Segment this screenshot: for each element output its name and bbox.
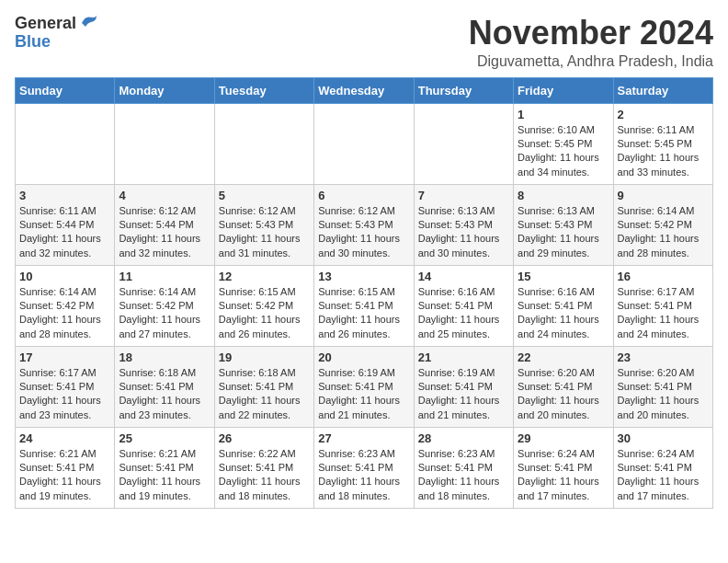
day-number: 11	[119, 270, 210, 283]
day-info: Sunrise: 6:18 AM Sunset: 5:41 PM Dayligh…	[119, 366, 210, 423]
day-of-week-header: Thursday	[414, 77, 513, 103]
calendar-cell	[16, 103, 115, 184]
day-number: 22	[518, 350, 609, 364]
day-info: Sunrise: 6:15 AM Sunset: 5:41 PM Dayligh…	[318, 285, 409, 342]
calendar-cell: 1Sunrise: 6:10 AM Sunset: 5:45 PM Daylig…	[514, 103, 613, 184]
calendar-cell	[414, 103, 513, 184]
calendar-cell: 30Sunrise: 6:24 AM Sunset: 5:41 PM Dayli…	[613, 427, 712, 508]
day-info: Sunrise: 6:10 AM Sunset: 5:45 PM Dayligh…	[518, 123, 609, 180]
logo-blue-text: Blue	[15, 33, 51, 52]
day-number: 29	[518, 431, 609, 445]
day-number: 1	[518, 108, 609, 121]
calendar-week-row: 10Sunrise: 6:14 AM Sunset: 5:42 PM Dayli…	[16, 265, 713, 346]
day-number: 4	[119, 189, 210, 202]
day-number: 23	[618, 350, 709, 364]
calendar-cell: 25Sunrise: 6:21 AM Sunset: 5:41 PM Dayli…	[115, 427, 214, 508]
title-block: November 2024 Diguvametta, Andhra Prades…	[469, 15, 713, 70]
day-number: 14	[418, 270, 509, 283]
calendar-cell: 7Sunrise: 6:13 AM Sunset: 5:43 PM Daylig…	[414, 184, 513, 265]
calendar-cell: 6Sunrise: 6:12 AM Sunset: 5:43 PM Daylig…	[314, 184, 414, 265]
day-number: 25	[119, 431, 210, 445]
logo-general-text: General	[15, 15, 76, 33]
day-info: Sunrise: 6:21 AM Sunset: 5:41 PM Dayligh…	[119, 447, 210, 504]
day-number: 9	[618, 189, 709, 202]
day-of-week-header: Tuesday	[214, 77, 313, 103]
calendar-cell: 9Sunrise: 6:14 AM Sunset: 5:42 PM Daylig…	[613, 184, 712, 265]
day-number: 30	[618, 431, 709, 445]
calendar-cell: 17Sunrise: 6:17 AM Sunset: 5:41 PM Dayli…	[16, 346, 115, 427]
calendar-cell: 28Sunrise: 6:23 AM Sunset: 5:41 PM Dayli…	[414, 427, 513, 508]
calendar-cell: 27Sunrise: 6:23 AM Sunset: 5:41 PM Dayli…	[314, 427, 414, 508]
calendar-cell	[314, 103, 414, 184]
calendar-cell: 3Sunrise: 6:11 AM Sunset: 5:44 PM Daylig…	[16, 184, 115, 265]
day-info: Sunrise: 6:20 AM Sunset: 5:41 PM Dayligh…	[618, 366, 709, 423]
day-of-week-header: Monday	[115, 77, 214, 103]
day-number: 27	[318, 431, 409, 445]
day-info: Sunrise: 6:19 AM Sunset: 5:41 PM Dayligh…	[318, 366, 409, 423]
calendar-week-row: 17Sunrise: 6:17 AM Sunset: 5:41 PM Dayli…	[16, 346, 713, 427]
month-title: November 2024	[469, 15, 713, 52]
day-number: 17	[19, 350, 110, 364]
calendar-cell: 13Sunrise: 6:15 AM Sunset: 5:41 PM Dayli…	[314, 265, 414, 346]
page-header: General Blue November 2024 Diguvametta, …	[15, 15, 713, 70]
calendar-cell: 22Sunrise: 6:20 AM Sunset: 5:41 PM Dayli…	[514, 346, 613, 427]
calendar-cell: 16Sunrise: 6:17 AM Sunset: 5:41 PM Dayli…	[613, 265, 712, 346]
calendar-cell: 5Sunrise: 6:12 AM Sunset: 5:43 PM Daylig…	[214, 184, 313, 265]
calendar-cell: 12Sunrise: 6:15 AM Sunset: 5:42 PM Dayli…	[214, 265, 313, 346]
day-number: 28	[418, 431, 509, 445]
calendar-cell: 2Sunrise: 6:11 AM Sunset: 5:45 PM Daylig…	[613, 103, 712, 184]
day-info: Sunrise: 6:14 AM Sunset: 5:42 PM Dayligh…	[19, 285, 110, 342]
day-number: 18	[119, 350, 210, 364]
day-info: Sunrise: 6:22 AM Sunset: 5:41 PM Dayligh…	[219, 447, 310, 504]
day-number: 20	[318, 350, 409, 364]
calendar-cell: 20Sunrise: 6:19 AM Sunset: 5:41 PM Dayli…	[314, 346, 414, 427]
day-of-week-header: Saturday	[613, 77, 712, 103]
calendar-cell: 19Sunrise: 6:18 AM Sunset: 5:41 PM Dayli…	[214, 346, 313, 427]
day-of-week-header: Friday	[514, 77, 613, 103]
day-info: Sunrise: 6:17 AM Sunset: 5:41 PM Dayligh…	[618, 285, 709, 342]
day-info: Sunrise: 6:12 AM Sunset: 5:43 PM Dayligh…	[219, 204, 310, 261]
day-number: 2	[618, 108, 709, 121]
day-info: Sunrise: 6:14 AM Sunset: 5:42 PM Dayligh…	[119, 285, 210, 342]
calendar-week-row: 1Sunrise: 6:10 AM Sunset: 5:45 PM Daylig…	[16, 103, 713, 184]
day-number: 13	[318, 270, 409, 283]
day-info: Sunrise: 6:20 AM Sunset: 5:41 PM Dayligh…	[518, 366, 609, 423]
day-info: Sunrise: 6:12 AM Sunset: 5:43 PM Dayligh…	[318, 204, 409, 261]
day-number: 19	[219, 350, 310, 364]
calendar-cell: 24Sunrise: 6:21 AM Sunset: 5:41 PM Dayli…	[16, 427, 115, 508]
day-number: 21	[418, 350, 509, 364]
day-info: Sunrise: 6:11 AM Sunset: 5:45 PM Dayligh…	[618, 123, 709, 180]
day-info: Sunrise: 6:21 AM Sunset: 5:41 PM Dayligh…	[19, 447, 110, 504]
calendar-cell: 11Sunrise: 6:14 AM Sunset: 5:42 PM Dayli…	[115, 265, 214, 346]
day-info: Sunrise: 6:23 AM Sunset: 5:41 PM Dayligh…	[318, 447, 409, 504]
day-number: 5	[219, 189, 310, 202]
calendar-cell: 4Sunrise: 6:12 AM Sunset: 5:44 PM Daylig…	[115, 184, 214, 265]
calendar-body: 1Sunrise: 6:10 AM Sunset: 5:45 PM Daylig…	[16, 103, 713, 508]
day-info: Sunrise: 6:24 AM Sunset: 5:41 PM Dayligh…	[618, 447, 709, 504]
day-number: 12	[219, 270, 310, 283]
day-number: 7	[418, 189, 509, 202]
calendar-cell: 8Sunrise: 6:13 AM Sunset: 5:43 PM Daylig…	[514, 184, 613, 265]
calendar-cell: 21Sunrise: 6:19 AM Sunset: 5:41 PM Dayli…	[414, 346, 513, 427]
day-number: 3	[19, 189, 110, 202]
day-info: Sunrise: 6:13 AM Sunset: 5:43 PM Dayligh…	[518, 204, 609, 261]
day-number: 6	[318, 189, 409, 202]
day-number: 10	[19, 270, 110, 283]
day-info: Sunrise: 6:18 AM Sunset: 5:41 PM Dayligh…	[219, 366, 310, 423]
day-info: Sunrise: 6:17 AM Sunset: 5:41 PM Dayligh…	[19, 366, 110, 423]
calendar-week-row: 3Sunrise: 6:11 AM Sunset: 5:44 PM Daylig…	[16, 184, 713, 265]
day-info: Sunrise: 6:16 AM Sunset: 5:41 PM Dayligh…	[518, 285, 609, 342]
calendar-cell: 10Sunrise: 6:14 AM Sunset: 5:42 PM Dayli…	[16, 265, 115, 346]
day-number: 24	[19, 431, 110, 445]
calendar-week-row: 24Sunrise: 6:21 AM Sunset: 5:41 PM Dayli…	[16, 427, 713, 508]
calendar-cell	[115, 103, 214, 184]
calendar-cell: 26Sunrise: 6:22 AM Sunset: 5:41 PM Dayli…	[214, 427, 313, 508]
location-subtitle: Diguvametta, Andhra Pradesh, India	[469, 53, 713, 70]
day-number: 8	[518, 189, 609, 202]
day-info: Sunrise: 6:13 AM Sunset: 5:43 PM Dayligh…	[418, 204, 509, 261]
day-info: Sunrise: 6:11 AM Sunset: 5:44 PM Dayligh…	[19, 204, 110, 261]
day-info: Sunrise: 6:23 AM Sunset: 5:41 PM Dayligh…	[418, 447, 509, 504]
calendar-cell: 29Sunrise: 6:24 AM Sunset: 5:41 PM Dayli…	[514, 427, 613, 508]
calendar-table: SundayMondayTuesdayWednesdayThursdayFrid…	[15, 77, 713, 509]
logo: General Blue	[15, 15, 98, 52]
